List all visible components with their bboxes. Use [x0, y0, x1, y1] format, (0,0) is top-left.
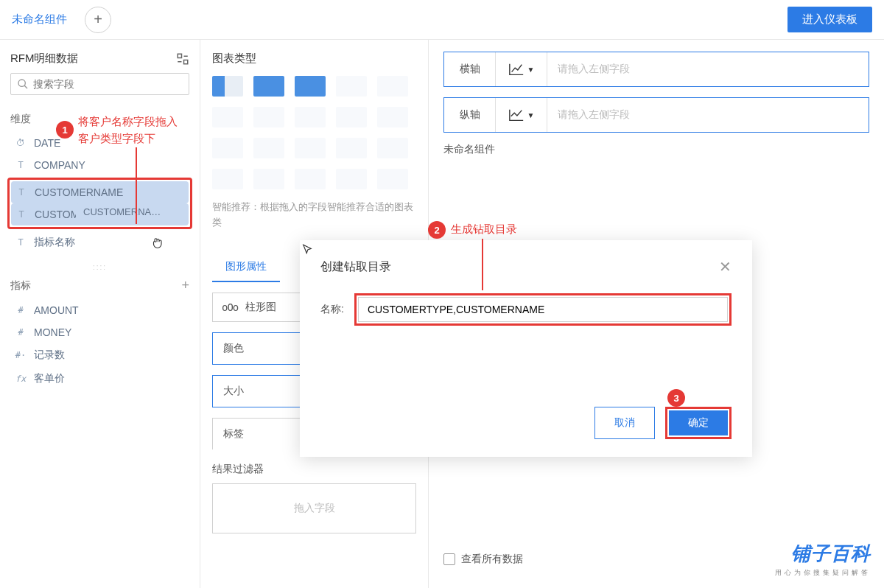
- field-count[interactable]: #·记录数: [10, 343, 189, 367]
- y-axis-dropzone[interactable]: 请拖入左侧字段: [547, 98, 869, 132]
- annotation-text-1: 将客户名称字段拖入客户类型字段下: [78, 113, 178, 147]
- chart-type-radar[interactable]: [377, 138, 408, 158]
- bar-chart-icon: oOo: [222, 301, 238, 313]
- chart-type-table2[interactable]: [253, 76, 284, 97]
- modal-input-highlight: [354, 293, 732, 326]
- chart-type-area[interactable]: [295, 138, 326, 158]
- chart-type-bar2[interactable]: [377, 107, 408, 127]
- topbar: 未命名组件 + 进入仪表板: [0, 0, 884, 40]
- component-name[interactable]: 未命名组件: [12, 13, 67, 27]
- chart-type-kpi[interactable]: [336, 76, 367, 97]
- chart-type-hist[interactable]: [253, 169, 284, 189]
- chart-type-heat2[interactable]: [253, 107, 284, 127]
- search-box[interactable]: [10, 73, 189, 95]
- field-customername[interactable]: TCUSTOMERNAME: [11, 181, 189, 203]
- chart-type-scatter[interactable]: [336, 138, 367, 158]
- add-button[interactable]: +: [85, 7, 111, 33]
- add-metric-icon[interactable]: +: [181, 278, 189, 293]
- hash-icon: #: [15, 327, 27, 337]
- annotation-text-2: 生成钻取目录: [451, 221, 517, 238]
- annotation-line-1: [136, 147, 137, 224]
- drag-ghost: CUSTOMERNA…: [76, 203, 168, 220]
- chart-type-bubble[interactable]: [295, 169, 326, 189]
- search-input[interactable]: [33, 78, 183, 90]
- field-money[interactable]: #MONEY: [10, 321, 189, 343]
- field-customertype[interactable]: TCUSTOMERTYPE CUSTOMERNA…: [11, 203, 189, 225]
- caret-down-icon: ▼: [527, 66, 535, 74]
- watermark-tagline: 用心为你搜集疑问解答: [775, 568, 871, 578]
- chart-type-waterfall[interactable]: [253, 138, 284, 158]
- recommend-text: 智能推荐：根据拖入的字段智能推荐合适的图表类: [212, 200, 416, 231]
- separator[interactable]: ::::: [10, 263, 189, 269]
- tab-graphic-props[interactable]: 图形属性: [212, 253, 280, 282]
- create-drill-modal: 创建钻取目录 ✕ 名称: 取消 确定: [300, 240, 752, 457]
- metrics-label: 指标 +: [10, 278, 189, 293]
- chart-type-table3[interactable]: [295, 76, 326, 97]
- x-axis-type[interactable]: ▼: [496, 52, 547, 86]
- clock-icon: ⏱: [15, 138, 27, 148]
- chart-type-bar[interactable]: [336, 107, 367, 127]
- text-icon: T: [15, 209, 27, 220]
- field-unitprice[interactable]: fx客单价: [10, 367, 189, 391]
- ok-highlight: 确定: [665, 407, 732, 439]
- field-company[interactable]: TCOMPANY: [10, 154, 189, 176]
- modal-footer: 取消 确定: [320, 407, 732, 439]
- x-axis-icon: [508, 62, 525, 77]
- field-amount[interactable]: #AMOUNT: [10, 299, 189, 321]
- view-all-data[interactable]: 查看所有数据: [443, 553, 523, 566]
- svg-point-2: [18, 80, 25, 86]
- modal-name-field: 名称:: [320, 293, 732, 326]
- x-axis-label: 横轴: [444, 52, 496, 86]
- modal-title: 创建钻取目录: [320, 259, 391, 275]
- hash-icon: #: [15, 305, 27, 315]
- y-axis-row[interactable]: 纵轴 ▼ 请拖入左侧字段: [443, 97, 869, 133]
- enter-dashboard-button[interactable]: 进入仪表板: [787, 7, 872, 32]
- chart-type-combo[interactable]: [295, 107, 326, 127]
- annotation-badge-1: 1: [56, 121, 74, 139]
- modal-close-icon[interactable]: ✕: [719, 258, 732, 276]
- chart-type-heat[interactable]: [212, 107, 243, 127]
- text-icon: T: [15, 187, 27, 197]
- topbar-left: 未命名组件 +: [12, 7, 111, 33]
- modal-name-label: 名称:: [320, 303, 344, 316]
- svg-rect-1: [184, 60, 188, 63]
- filter-title: 结果过滤器: [212, 463, 416, 476]
- chart-type-line[interactable]: [212, 169, 243, 189]
- swap-icon[interactable]: [176, 52, 189, 66]
- x-axis-dropzone[interactable]: 请拖入左侧字段: [547, 52, 869, 86]
- search-icon: [17, 78, 29, 90]
- grab-cursor-icon: [150, 236, 164, 249]
- modal-header: 创建钻取目录 ✕: [320, 258, 732, 276]
- pointer-cursor-icon: [301, 243, 314, 256]
- watermark: 铺子百科 用心为你搜集疑问解答: [775, 541, 871, 578]
- annotation-badge-3: 3: [667, 389, 685, 407]
- hash-icon: #·: [15, 350, 27, 360]
- svg-line-3: [24, 85, 27, 88]
- chart-type-donut[interactable]: [377, 169, 408, 189]
- chart-type-title: 图表类型: [212, 52, 416, 66]
- cancel-button[interactable]: 取消: [594, 407, 655, 439]
- chart-type-stacked[interactable]: [212, 138, 243, 158]
- svg-rect-0: [178, 54, 181, 57]
- x-axis-row[interactable]: 横轴 ▼ 请拖入左侧字段: [443, 52, 869, 87]
- chart-type-pie[interactable]: [336, 169, 367, 189]
- text-icon: T: [15, 160, 27, 170]
- y-axis-icon: [508, 108, 525, 122]
- fx-icon: fx: [15, 374, 27, 384]
- datasource-name[interactable]: RFM明细数据: [10, 52, 79, 66]
- annotation-badge-2: 2: [428, 221, 446, 239]
- y-axis-type[interactable]: ▼: [496, 98, 547, 132]
- caret-down-icon: ▼: [527, 111, 535, 119]
- modal-name-input[interactable]: [358, 297, 728, 322]
- chart-type-card[interactable]: [377, 76, 408, 97]
- drag-target-highlight: TCUSTOMERNAME TCUSTOMERTYPE CUSTOMERNA…: [7, 178, 192, 229]
- canvas-component-title[interactable]: 未命名组件: [443, 143, 869, 156]
- filter-dropzone[interactable]: 拖入字段: [212, 483, 416, 533]
- chart-type-grid: [212, 76, 416, 189]
- annotation-line-2: [482, 239, 483, 290]
- chart-type-table1[interactable]: [212, 76, 243, 97]
- watermark-logo: 铺子百科: [775, 541, 871, 567]
- ok-button[interactable]: 确定: [669, 410, 728, 435]
- metric-list: #AMOUNT #MONEY #·记录数 fx客单价: [10, 299, 189, 391]
- view-all-checkbox[interactable]: [443, 553, 455, 565]
